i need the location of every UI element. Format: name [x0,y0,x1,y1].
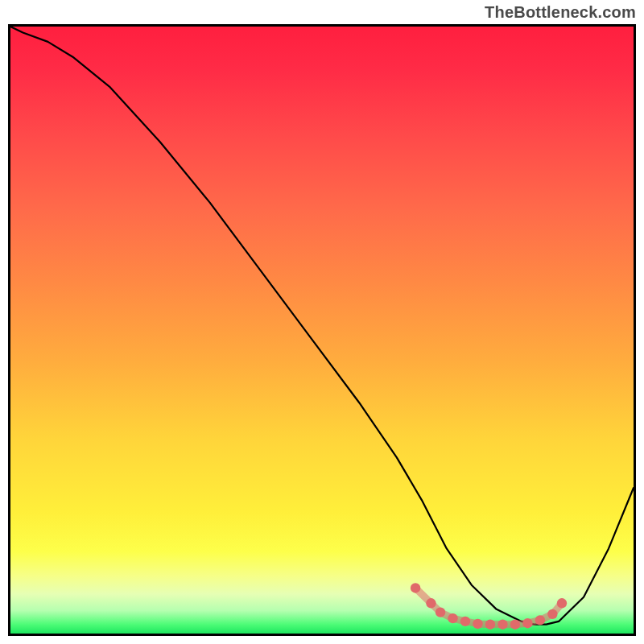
optimal-zone-dot [426,598,436,608]
optimal-zone-dot [557,598,567,608]
chart-container: TheBottleneck.com [0,0,644,644]
optimal-zone-dot [473,619,482,629]
optimal-zone-dot [510,619,520,629]
chart-svg [10,27,634,634]
gradient-background [10,27,634,634]
optimal-zone-dot [547,609,557,619]
optimal-zone-dot [522,618,532,628]
optimal-zone-dot [448,613,457,623]
watermark-text: TheBottleneck.com [485,3,636,22]
optimal-zone-dot [485,619,495,629]
optimal-zone-dot [535,615,545,625]
plot-area [8,24,636,636]
optimal-zone-dot [411,583,420,592]
optimal-zone-dot [436,607,445,617]
optimal-zone-dot [460,617,470,626]
optimal-zone-dot [497,619,507,629]
